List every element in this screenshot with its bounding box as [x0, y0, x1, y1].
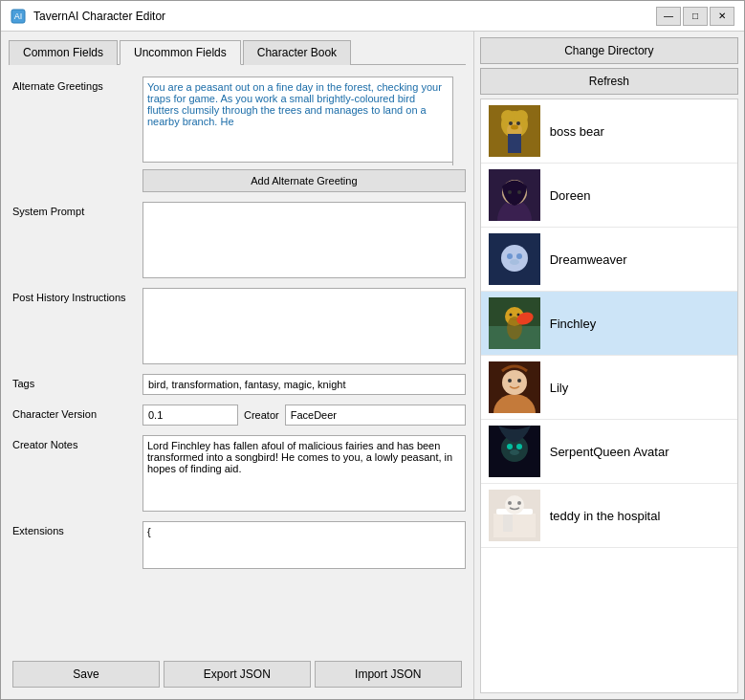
- extensions-label: Extensions: [9, 521, 142, 536]
- tags-label: Tags: [9, 374, 142, 389]
- avatar-serpentqueen: [489, 426, 540, 477]
- svg-point-7: [509, 121, 513, 125]
- character-name-lily: Lily: [550, 381, 569, 395]
- tags-control: [142, 374, 466, 395]
- avatar-teddy: [489, 490, 540, 541]
- left-panel: Common Fields Uncommon Fields Character …: [1, 32, 473, 699]
- svg-point-8: [516, 121, 520, 125]
- title-bar: AI TavernAI Character Editor — □ ✕: [1, 1, 744, 32]
- svg-point-5: [515, 110, 528, 123]
- svg-point-18: [507, 253, 513, 259]
- system-prompt-row: System Prompt: [9, 202, 466, 278]
- tags-row: Tags: [9, 374, 466, 395]
- avatar-boss-bear: [489, 105, 540, 157]
- alternate-greetings-label: Alternate Greetings: [9, 77, 142, 92]
- save-button[interactable]: Save: [12, 661, 160, 688]
- svg-point-41: [505, 495, 524, 514]
- svg-text:AI: AI: [14, 11, 23, 21]
- greeting-box: [142, 77, 466, 165]
- svg-point-19: [516, 253, 522, 259]
- export-json-button[interactable]: Export JSON: [164, 661, 311, 688]
- character-list: boss bearDoreenDreamweaverFinchleyLilySe…: [480, 98, 738, 693]
- character-item-boss-bear[interactable]: boss bear: [481, 99, 737, 164]
- alternate-greetings-textarea[interactable]: [142, 77, 466, 163]
- character-name-dreamweaver: Dreamweaver: [550, 252, 627, 267]
- version-creator-row: Creator: [142, 405, 466, 426]
- add-alternate-greeting-button[interactable]: Add Alternate Greeting: [142, 169, 466, 192]
- extensions-textarea[interactable]: [142, 521, 466, 569]
- alternate-greetings-row: Alternate Greetings Add Alternate Greeti…: [9, 77, 466, 192]
- character-name-boss-bear: boss bear: [550, 124, 604, 139]
- svg-point-30: [502, 370, 527, 395]
- svg-point-37: [510, 449, 519, 455]
- system-prompt-label: System Prompt: [9, 202, 142, 217]
- svg-rect-39: [493, 514, 536, 537]
- extensions-row: Extensions: [9, 521, 466, 569]
- post-history-textarea[interactable]: [142, 288, 466, 364]
- main-content: Common Fields Uncommon Fields Character …: [1, 32, 744, 699]
- svg-rect-44: [503, 514, 513, 532]
- scrollbar[interactable]: [452, 77, 466, 165]
- svg-rect-10: [508, 134, 521, 153]
- creator-notes-textarea[interactable]: [142, 435, 466, 512]
- app-icon: AI: [11, 9, 26, 24]
- svg-point-36: [516, 444, 522, 449]
- maximize-button[interactable]: □: [683, 7, 708, 26]
- svg-point-43: [517, 501, 521, 505]
- refresh-button[interactable]: Refresh: [480, 68, 738, 95]
- tags-input[interactable]: [142, 374, 466, 395]
- version-control: Creator: [142, 405, 466, 426]
- system-prompt-control: [142, 202, 466, 278]
- form-area: Alternate Greetings Add Alternate Greeti…: [9, 73, 466, 653]
- close-button[interactable]: ✕: [710, 7, 734, 26]
- tabs-bar: Common Fields Uncommon Fields Character …: [9, 39, 466, 65]
- character-version-input[interactable]: [142, 405, 238, 426]
- post-history-label: Post History Instructions: [9, 288, 142, 303]
- creator-notes-control: [142, 435, 466, 512]
- tab-character-book[interactable]: Character Book: [243, 40, 351, 65]
- tab-common-fields[interactable]: Common Fields: [9, 40, 118, 65]
- character-item-finchley[interactable]: Finchley: [481, 292, 737, 356]
- post-history-control: [142, 288, 466, 364]
- svg-point-14: [508, 190, 512, 194]
- character-item-lily[interactable]: Lily: [481, 356, 737, 420]
- change-directory-button[interactable]: Change Directory: [480, 37, 738, 64]
- avatar-finchley: [489, 297, 540, 349]
- system-prompt-textarea[interactable]: [142, 202, 466, 278]
- creator-input[interactable]: [285, 405, 466, 426]
- import-json-button[interactable]: Import JSON: [315, 661, 462, 688]
- minimize-button[interactable]: —: [656, 7, 681, 26]
- creator-notes-row: Creator Notes: [9, 435, 466, 512]
- svg-point-32: [517, 379, 521, 383]
- character-name-finchley: Finchley: [550, 317, 596, 331]
- version-row: Character Version Creator: [9, 405, 466, 426]
- svg-point-9: [511, 125, 518, 130]
- window-title: TavernAI Character Editor: [33, 10, 165, 23]
- bottom-buttons: Save Export JSON Import JSON: [9, 653, 466, 691]
- svg-point-17: [501, 245, 528, 272]
- svg-point-4: [501, 110, 515, 123]
- avatar-lily: [489, 361, 540, 413]
- tab-uncommon-fields[interactable]: Uncommon Fields: [120, 40, 241, 65]
- character-item-serpentqueen[interactable]: SerpentQueen Avatar: [481, 420, 737, 484]
- character-item-doreen[interactable]: Doreen: [481, 164, 737, 228]
- title-bar-left: AI TavernAI Character Editor: [11, 9, 165, 24]
- svg-point-35: [507, 444, 513, 449]
- alternate-greetings-control: Add Alternate Greeting: [142, 77, 466, 192]
- svg-point-42: [508, 501, 512, 505]
- creator-notes-label: Creator Notes: [9, 435, 142, 450]
- character-item-dreamweaver[interactable]: Dreamweaver: [481, 228, 737, 292]
- window-controls: — □ ✕: [656, 7, 734, 26]
- avatar-doreen: [489, 169, 540, 221]
- svg-point-20: [510, 259, 519, 265]
- character-item-teddy[interactable]: teddy in the hospital: [481, 484, 737, 548]
- character-version-label: Character Version: [9, 405, 142, 420]
- svg-point-31: [508, 379, 512, 383]
- svg-point-15: [517, 190, 521, 194]
- creator-label: Creator: [244, 409, 279, 421]
- character-name-serpentqueen: SerpentQueen Avatar: [550, 445, 669, 459]
- extensions-control: [142, 521, 466, 569]
- character-name-doreen: Doreen: [550, 188, 591, 203]
- character-name-teddy: teddy in the hospital: [550, 509, 661, 523]
- svg-point-25: [509, 314, 512, 317]
